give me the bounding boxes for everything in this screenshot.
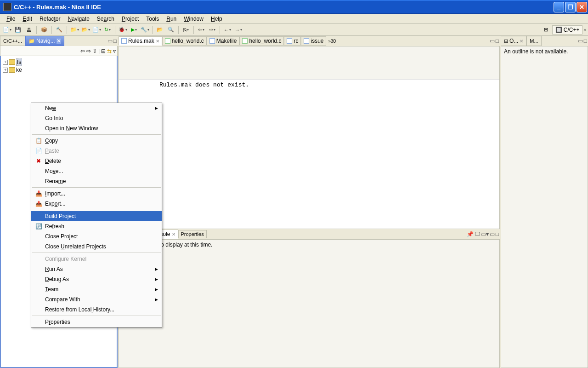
menu-item-configure-kernel: Configure Kernel — [31, 254, 162, 264]
pin-console-icon[interactable]: 📌 — [467, 231, 474, 237]
next-icon[interactable]: ⇨▾ — [207, 25, 217, 35]
editor-tabs: Rules.mak ✕ hello_world.c Makefile hello… — [119, 36, 500, 46]
menu-item-debug-as[interactable]: Debug As▶ — [31, 274, 162, 284]
tab-outline[interactable]: ⊞ O... ✕ — [501, 36, 526, 46]
menu-item-refresh[interactable]: 🔃Refresh — [31, 221, 162, 231]
console-dropdown-icon[interactable]: ▭▾ — [481, 231, 489, 237]
up-nav-icon[interactable]: ⇧ — [92, 48, 97, 54]
tab-hello-world-c-2[interactable]: hello_world.c — [239, 36, 284, 46]
menu-item-new[interactable]: New▶ — [31, 103, 162, 113]
tree-label[interactable]: fs — [16, 58, 22, 66]
menu-file[interactable]: File — [3, 15, 19, 23]
menu-project[interactable]: Project — [118, 15, 142, 23]
refresh-icon[interactable]: ↻▾ — [102, 25, 113, 35]
menu-help[interactable]: Help — [207, 15, 226, 23]
tab-hello-world-c-1[interactable]: hello_world.c — [162, 36, 207, 46]
tab-navigator[interactable]: 📁 Navig... ✕ — [25, 36, 64, 46]
prev-icon[interactable]: ⇦▾ — [196, 25, 206, 35]
tab-issue[interactable]: issue — [301, 36, 326, 46]
build-icon[interactable]: 📦 — [39, 25, 49, 35]
forward-nav-icon[interactable]: ⇨ — [86, 48, 91, 54]
new-icon[interactable]: 📄▾ — [2, 25, 12, 35]
link-editor-icon[interactable]: ⇆ — [107, 48, 112, 54]
menu-item-copy[interactable]: 📋Copy — [31, 136, 162, 146]
menu-run[interactable]: Run — [163, 15, 180, 23]
menu-search[interactable]: Search — [93, 15, 118, 23]
search-icon[interactable]: 🔍 — [166, 25, 176, 35]
menu-item-delete[interactable]: ✖Delete — [31, 156, 162, 166]
maximize-editor-icon[interactable]: □ — [496, 38, 499, 44]
toggle-icon[interactable]: ⎘▾ — [181, 25, 191, 35]
menu-edit[interactable]: Edit — [19, 15, 36, 23]
close-icon[interactable]: ✕ — [156, 39, 159, 44]
open-type-icon[interactable]: 📂 — [155, 25, 165, 35]
maximize-outline-icon[interactable]: □ — [584, 38, 587, 44]
menu-item-restore-from-local-history-[interactable]: Restore from Local History... — [31, 305, 162, 315]
open-perspective-icon[interactable]: ⊞ — [541, 25, 551, 35]
maximize-button[interactable]: ❐ — [565, 2, 576, 12]
tab-overflow[interactable]: »30 — [326, 38, 338, 45]
maximize-view-icon[interactable]: □ — [113, 38, 117, 44]
tab-make[interactable]: M... — [526, 36, 541, 46]
menu-item-team[interactable]: Team▶ — [31, 284, 162, 294]
external-tools-icon[interactable]: 🔧▾ — [140, 25, 150, 35]
editor-message: Rules.mak does not exist. — [119, 80, 499, 90]
menu-item-run-as[interactable]: Run As▶ — [31, 264, 162, 274]
close-icon[interactable]: ✕ — [520, 39, 523, 44]
new-file-icon[interactable]: 📄▾ — [91, 25, 102, 35]
tree-item-fs[interactable]: + fs — [3, 58, 115, 66]
save-all-icon[interactable]: 🖶 — [24, 25, 34, 35]
new-folder-icon[interactable]: 📂▾ — [80, 25, 90, 35]
tree-label[interactable]: ke — [16, 67, 22, 73]
menu-item-import-[interactable]: 📥Import... — [31, 189, 162, 199]
export...-icon: 📤 — [35, 201, 42, 207]
close-button[interactable]: ✕ — [577, 2, 587, 12]
menu-item-close-project[interactable]: Close Project — [31, 231, 162, 242]
console-body[interactable]: to display at this time. — [119, 239, 500, 368]
display-console-icon[interactable]: 🖵 — [475, 231, 480, 237]
menu-refactor[interactable]: Refactor — [36, 15, 64, 23]
menu-label: Delete — [45, 158, 158, 164]
menu-navigate[interactable]: Navigate — [64, 15, 93, 23]
save-icon[interactable]: 💾 — [13, 25, 23, 35]
back-icon[interactable]: ←▾ — [222, 25, 232, 35]
editor-body[interactable]: Rules.mak does not exist. — [119, 46, 500, 229]
menu-item-properties[interactable]: Properties — [31, 317, 162, 327]
menu-item-close-unrelated-projects[interactable]: Close Unrelated Projects — [31, 242, 162, 252]
menu-item-go-into[interactable]: Go Into — [31, 113, 162, 123]
build-all-icon[interactable]: 🔨 — [54, 25, 64, 35]
minimize-console-icon[interactable]: ▭ — [490, 231, 495, 237]
menu-label: Close Project — [45, 233, 158, 240]
tab-properties[interactable]: Properties — [178, 230, 207, 238]
close-icon[interactable]: ✕ — [57, 38, 61, 44]
minimize-outline-icon[interactable]: ▭ — [578, 38, 583, 44]
tab-cpp-projects[interactable]: C/C++... — [0, 36, 25, 46]
view-menu-icon[interactable]: ▿ — [113, 48, 116, 54]
minimize-button[interactable]: _ — [554, 2, 564, 12]
menu-item-rename[interactable]: Rename — [31, 176, 162, 186]
back-nav-icon[interactable]: ⇦ — [80, 48, 85, 54]
forward-icon[interactable]: →▾ — [233, 25, 243, 35]
collapse-all-icon[interactable]: ⊟ — [101, 48, 106, 54]
minimize-view-icon[interactable]: ▭ — [107, 38, 113, 44]
menu-item-export-[interactable]: 📤Export... — [31, 199, 162, 209]
menu-item-build-project[interactable]: Build Project — [31, 211, 162, 221]
debug-icon[interactable]: 🐞▾ — [118, 25, 128, 35]
tab-makefile[interactable]: Makefile — [207, 36, 240, 46]
tab-rules-mak[interactable]: Rules.mak ✕ — [119, 36, 162, 46]
menu-tools[interactable]: Tools — [142, 15, 163, 23]
expand-icon[interactable]: + — [3, 68, 8, 73]
new-class-icon[interactable]: 📁▾ — [69, 25, 79, 35]
tab-rc[interactable]: rc — [284, 36, 301, 46]
menu-item-open-in-new-window[interactable]: Open in New Window — [31, 123, 162, 133]
close-icon[interactable]: ✕ — [172, 232, 175, 237]
menu-item-compare-with[interactable]: Compare With▶ — [31, 294, 162, 305]
expand-icon[interactable]: + — [3, 60, 8, 65]
menu-item-move-[interactable]: Move... — [31, 166, 162, 176]
tree-item-ke[interactable]: + ke — [3, 66, 115, 74]
menu-window[interactable]: Window — [180, 15, 207, 23]
maximize-console-icon[interactable]: □ — [496, 231, 499, 237]
perspective-cpp[interactable]: 🔲 C/C++ — [552, 25, 583, 34]
minimize-editor-icon[interactable]: ▭ — [490, 38, 495, 44]
run-icon[interactable]: ▶▾ — [129, 25, 139, 35]
